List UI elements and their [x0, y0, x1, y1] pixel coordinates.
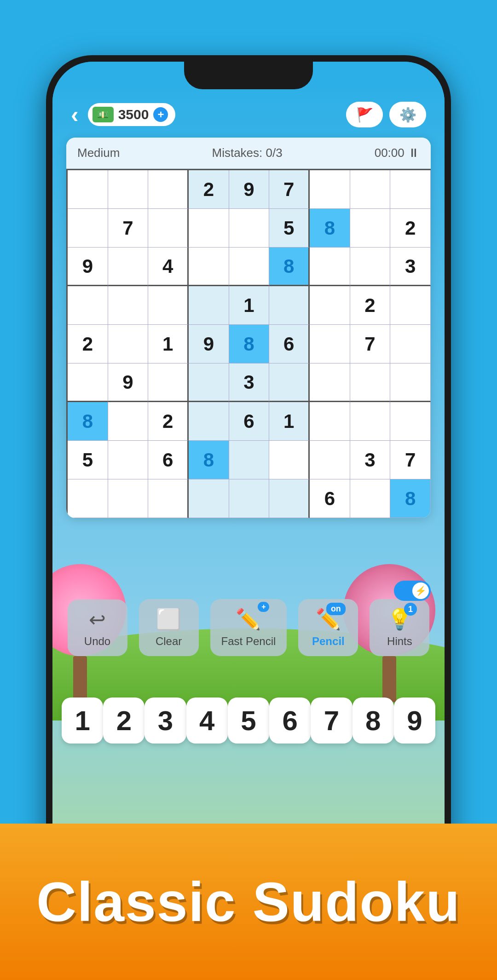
- sudoku-cell[interactable]: 7: [350, 325, 391, 363]
- sudoku-cell[interactable]: [108, 441, 149, 479]
- sudoku-cell[interactable]: [108, 479, 149, 518]
- sudoku-cell[interactable]: [350, 209, 391, 248]
- sudoku-grid[interactable]: 29775829483122198679382615683768: [66, 169, 431, 518]
- sudoku-cell[interactable]: [148, 209, 189, 248]
- sudoku-cell[interactable]: [108, 286, 149, 325]
- sudoku-cell[interactable]: 5: [269, 209, 310, 248]
- sudoku-cell[interactable]: [229, 479, 270, 518]
- sudoku-cell[interactable]: [68, 170, 108, 209]
- sudoku-cell[interactable]: [108, 248, 149, 286]
- sudoku-cell[interactable]: [108, 402, 149, 441]
- sudoku-cell[interactable]: [269, 286, 310, 325]
- num-btn-2[interactable]: 2: [103, 698, 144, 744]
- sudoku-cell[interactable]: 8: [269, 248, 310, 286]
- sudoku-cell[interactable]: [390, 363, 431, 402]
- sudoku-cell[interactable]: 9: [189, 325, 229, 363]
- num-btn-7[interactable]: 7: [311, 698, 352, 744]
- sudoku-cell[interactable]: [229, 248, 270, 286]
- sudoku-cell[interactable]: [68, 363, 108, 402]
- sudoku-cell[interactable]: 9: [229, 170, 270, 209]
- sudoku-cell[interactable]: 4: [148, 248, 189, 286]
- sudoku-cell[interactable]: [108, 325, 149, 363]
- sudoku-cell[interactable]: 1: [148, 325, 189, 363]
- sudoku-cell[interactable]: 2: [350, 286, 391, 325]
- num-btn-1[interactable]: 1: [62, 698, 103, 744]
- num-btn-9[interactable]: 9: [394, 698, 435, 744]
- sudoku-cell[interactable]: [68, 209, 108, 248]
- sudoku-cell[interactable]: [350, 363, 391, 402]
- sudoku-cell[interactable]: [148, 363, 189, 402]
- sudoku-cell[interactable]: [148, 479, 189, 518]
- sudoku-cell[interactable]: 9: [68, 248, 108, 286]
- sudoku-cell[interactable]: [310, 402, 350, 441]
- num-btn-5[interactable]: 5: [228, 698, 269, 744]
- num-btn-6[interactable]: 6: [269, 698, 311, 744]
- undo-button[interactable]: ↩ Undo: [68, 600, 127, 656]
- sudoku-cell[interactable]: 6: [269, 325, 310, 363]
- sudoku-cell[interactable]: [68, 286, 108, 325]
- coin-plus-button[interactable]: +: [153, 107, 168, 122]
- sudoku-cell[interactable]: [269, 479, 310, 518]
- sudoku-cell[interactable]: [310, 325, 350, 363]
- sudoku-cell[interactable]: [390, 286, 431, 325]
- sudoku-cell[interactable]: 2: [148, 402, 189, 441]
- sudoku-cell[interactable]: 8: [229, 325, 270, 363]
- sudoku-cell[interactable]: 9: [108, 363, 149, 402]
- sudoku-cell[interactable]: 6: [229, 402, 270, 441]
- sudoku-cell[interactable]: [310, 363, 350, 402]
- sudoku-cell[interactable]: [350, 170, 391, 209]
- sudoku-cell[interactable]: [310, 248, 350, 286]
- sudoku-cell[interactable]: [390, 170, 431, 209]
- sudoku-cell[interactable]: [148, 286, 189, 325]
- sudoku-cell[interactable]: 3: [390, 248, 431, 286]
- sudoku-cell[interactable]: [310, 286, 350, 325]
- sudoku-cell[interactable]: [189, 286, 229, 325]
- sudoku-cell[interactable]: 6: [310, 479, 350, 518]
- sudoku-cell[interactable]: [229, 209, 270, 248]
- sudoku-cell[interactable]: 2: [189, 170, 229, 209]
- sudoku-cell[interactable]: [189, 402, 229, 441]
- sudoku-cell[interactable]: [189, 363, 229, 402]
- sudoku-cell[interactable]: 2: [390, 209, 431, 248]
- back-button[interactable]: ‹: [71, 101, 79, 128]
- sudoku-cell[interactable]: 1: [229, 286, 270, 325]
- sudoku-cell[interactable]: 8: [68, 402, 108, 441]
- sudoku-cell[interactable]: [189, 248, 229, 286]
- sudoku-cell[interactable]: 1: [269, 402, 310, 441]
- lightning-toggle[interactable]: ⚡: [394, 581, 431, 601]
- sudoku-cell[interactable]: 8: [390, 479, 431, 518]
- sudoku-cell[interactable]: [350, 402, 391, 441]
- sudoku-cell[interactable]: [189, 209, 229, 248]
- hints-button[interactable]: 💡 1 Hints: [370, 599, 429, 656]
- sudoku-cell[interactable]: [68, 479, 108, 518]
- sudoku-cell[interactable]: [390, 325, 431, 363]
- fast-pencil-button[interactable]: ✏️ + Fast Pencil: [210, 599, 287, 656]
- sudoku-cell[interactable]: 6: [148, 441, 189, 479]
- pencil-button[interactable]: ✏️ on Pencil: [298, 599, 358, 656]
- sudoku-cell[interactable]: [350, 479, 391, 518]
- sudoku-cell[interactable]: [310, 441, 350, 479]
- sudoku-cell[interactable]: [108, 170, 149, 209]
- sudoku-cell[interactable]: [310, 170, 350, 209]
- report-button[interactable]: 🚩: [346, 102, 383, 127]
- sudoku-cell[interactable]: 5: [68, 441, 108, 479]
- sudoku-cell[interactable]: 7: [108, 209, 149, 248]
- pause-icon[interactable]: ⏸: [408, 146, 420, 160]
- sudoku-cell[interactable]: [189, 479, 229, 518]
- sudoku-cell[interactable]: 7: [269, 170, 310, 209]
- sudoku-cell[interactable]: [148, 170, 189, 209]
- num-btn-8[interactable]: 8: [353, 698, 394, 744]
- sudoku-cell[interactable]: 3: [350, 441, 391, 479]
- settings-button[interactable]: ⚙️: [389, 102, 426, 127]
- sudoku-cell[interactable]: [350, 248, 391, 286]
- sudoku-cell[interactable]: 8: [189, 441, 229, 479]
- sudoku-cell[interactable]: 8: [310, 209, 350, 248]
- clear-button[interactable]: ⬜ Clear: [139, 599, 199, 656]
- sudoku-cell[interactable]: 3: [229, 363, 270, 402]
- sudoku-cell[interactable]: [269, 363, 310, 402]
- sudoku-cell[interactable]: [229, 441, 270, 479]
- num-btn-3[interactable]: 3: [144, 698, 186, 744]
- sudoku-cell[interactable]: 2: [68, 325, 108, 363]
- sudoku-cell[interactable]: [390, 402, 431, 441]
- sudoku-cell[interactable]: 7: [390, 441, 431, 479]
